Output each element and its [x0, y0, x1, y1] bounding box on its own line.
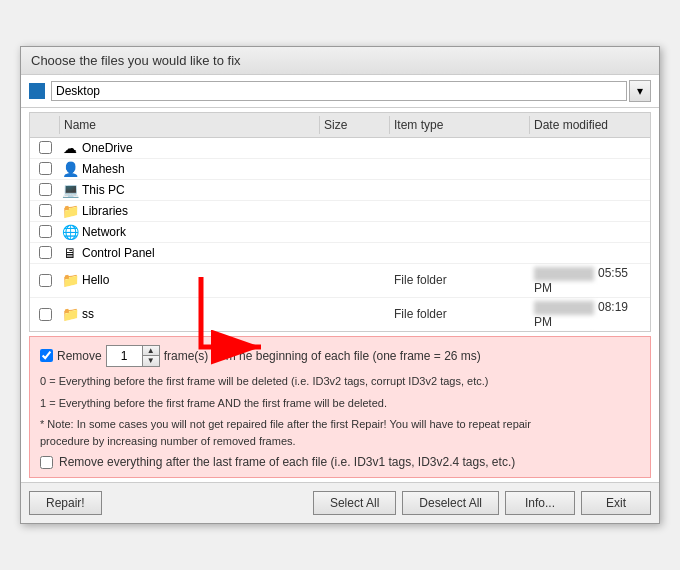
file-list-header: Name Size Item type Date modified	[30, 113, 650, 138]
row-name-cell: 📁Libraries	[60, 202, 320, 220]
row-size-cell	[320, 168, 390, 170]
file-icon: 👤	[62, 161, 78, 177]
row-type-cell	[390, 210, 530, 212]
row-date-cell	[530, 189, 650, 191]
file-icon: ☁	[62, 140, 78, 156]
row-date-cell	[530, 231, 650, 233]
row-checkbox[interactable]	[39, 274, 52, 287]
remove-last-checkbox[interactable]	[40, 456, 53, 469]
location-icon	[29, 83, 45, 99]
row-checkbox[interactable]	[39, 246, 52, 259]
file-rows-container: ☁OneDrive👤Mahesh💻This PC📁Libraries🌐Netwo…	[30, 138, 650, 332]
row-date-cell	[530, 252, 650, 254]
row-date-cell	[530, 168, 650, 170]
row-size-cell	[320, 189, 390, 191]
type-col-header: Item type	[390, 116, 530, 134]
row-type-cell	[390, 231, 530, 233]
remove-last-row: Remove everything after the last frame o…	[40, 455, 640, 469]
file-name: ss	[82, 307, 94, 321]
row-name-cell: 📁Hello	[60, 271, 320, 289]
checkbox-col-header	[30, 116, 60, 134]
note-line-1: * Note: In some cases you will not get r…	[40, 416, 640, 433]
row-size-cell	[320, 231, 390, 233]
spinner-arrows: ▲ ▼	[142, 346, 159, 366]
size-col-header: Size	[320, 116, 390, 134]
table-row: 📁Libraries	[30, 201, 650, 222]
row-name-cell: 🖥Control Panel	[60, 244, 320, 262]
file-name: Network	[82, 225, 126, 239]
location-dropdown-button[interactable]: ▾	[629, 80, 651, 102]
row-size-cell	[320, 313, 390, 315]
row-checkbox[interactable]	[39, 183, 52, 196]
bottom-section: Remove ▲ ▼ frame(s) from he beginning of…	[29, 336, 651, 478]
remove-last-label: Remove everything after the last frame o…	[59, 455, 515, 469]
row-type-cell	[390, 168, 530, 170]
row-checkbox-cell	[30, 274, 60, 287]
file-icon: 🌐	[62, 224, 78, 240]
file-name: Mahesh	[82, 162, 125, 176]
row-size-cell	[320, 210, 390, 212]
date-blur	[534, 267, 594, 281]
select-all-button[interactable]: Select All	[313, 491, 396, 515]
exit-button[interactable]: Exit	[581, 491, 651, 515]
file-name: Control Panel	[82, 246, 155, 260]
info-line-1: 0 = Everything before the first frame wi…	[40, 373, 640, 391]
row-date-cell	[530, 210, 650, 212]
repair-button[interactable]: Repair!	[29, 491, 102, 515]
row-checkbox[interactable]	[39, 308, 52, 321]
spinner-up-button[interactable]: ▲	[143, 346, 159, 356]
row-type-cell	[390, 189, 530, 191]
row-checkbox-cell	[30, 141, 60, 154]
location-input[interactable]	[51, 81, 627, 101]
row-date-cell	[530, 147, 650, 149]
row-checkbox[interactable]	[39, 162, 52, 175]
remove-frames-row: Remove ▲ ▼ frame(s) from he beginning of…	[40, 345, 640, 367]
main-dialog: Choose the files you would like to fix ▾…	[20, 46, 660, 524]
row-type-cell	[390, 147, 530, 149]
row-type-cell: File folder	[390, 306, 530, 322]
row-size-cell	[320, 147, 390, 149]
row-type-cell: File folder	[390, 272, 530, 288]
row-date-cell: 08:19 PM	[530, 299, 650, 330]
deselect-all-button[interactable]: Deselect All	[402, 491, 499, 515]
row-checkbox[interactable]	[39, 204, 52, 217]
file-name: Hello	[82, 273, 109, 287]
frames-value-input[interactable]	[107, 346, 142, 366]
row-checkbox-cell	[30, 246, 60, 259]
row-checkbox-cell	[30, 225, 60, 238]
remove-label-before: Remove	[57, 349, 102, 363]
row-checkbox[interactable]	[39, 141, 52, 154]
row-type-cell	[390, 252, 530, 254]
row-checkbox[interactable]	[39, 225, 52, 238]
frames-spinner[interactable]: ▲ ▼	[106, 345, 160, 367]
file-icon: 📁	[62, 272, 78, 288]
row-name-cell: 🌐Network	[60, 223, 320, 241]
name-col-header: Name	[60, 116, 320, 134]
file-list-wrapper: Name Size Item type Date modified ☁OneDr…	[21, 112, 659, 332]
row-date-cell: 05:55 PM	[530, 265, 650, 296]
file-name: Libraries	[82, 204, 128, 218]
info-line-2: 1 = Everything before the first frame AN…	[40, 395, 640, 413]
row-name-cell: 👤Mahesh	[60, 160, 320, 178]
file-list-container[interactable]: Name Size Item type Date modified ☁OneDr…	[29, 112, 651, 332]
note-line-2: procedure by increasing number of remove…	[40, 433, 640, 450]
remove-label-after: frame(s) from he beginning of each file …	[164, 349, 481, 363]
file-name: This PC	[82, 183, 125, 197]
table-row: ☁OneDrive	[30, 138, 650, 159]
table-row: 🖥Control Panel	[30, 243, 650, 264]
row-checkbox-cell	[30, 162, 60, 175]
remove-frames-checkbox[interactable]	[40, 349, 53, 362]
file-icon: 📁	[62, 306, 78, 322]
file-icon: 🖥	[62, 245, 78, 261]
title-bar: Choose the files you would like to fix	[21, 47, 659, 75]
table-row: 🌐Network	[30, 222, 650, 243]
date-col-header: Date modified	[530, 116, 650, 134]
footer-right-buttons: Select All Deselect All Info... Exit	[313, 491, 651, 515]
spinner-down-button[interactable]: ▼	[143, 356, 159, 366]
file-name: OneDrive	[82, 141, 133, 155]
info-button[interactable]: Info...	[505, 491, 575, 515]
row-name-cell: ☁OneDrive	[60, 139, 320, 157]
row-checkbox-cell	[30, 183, 60, 196]
row-size-cell	[320, 279, 390, 281]
row-size-cell	[320, 252, 390, 254]
